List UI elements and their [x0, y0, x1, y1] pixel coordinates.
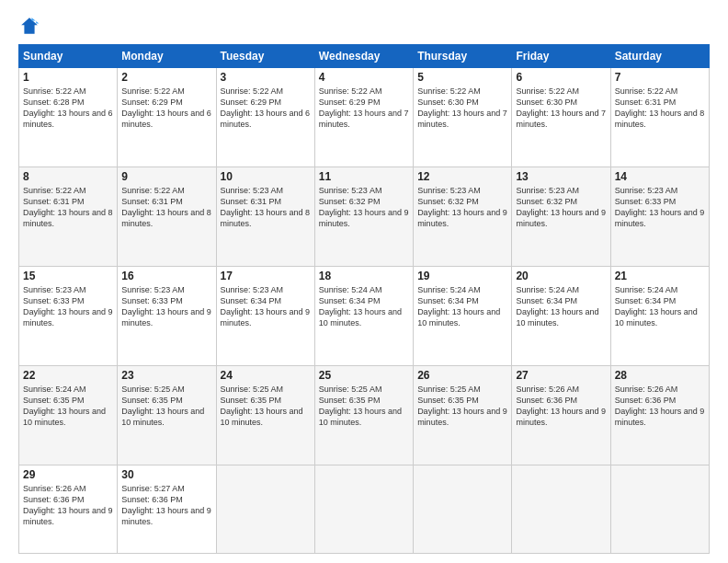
calendar-cell: 26Sunrise: 5:25 AMSunset: 6:35 PMDayligh…: [414, 365, 512, 465]
day-number: 5: [417, 71, 507, 84]
day-number: 22: [23, 369, 113, 382]
calendar-table: SundayMondayTuesdayWednesdayThursdayFrid…: [18, 44, 710, 554]
weekday-header: Monday: [118, 45, 216, 68]
day-info: Sunrise: 5:22 AMSunset: 6:30 PMDaylight:…: [417, 86, 507, 129]
day-number: 19: [417, 270, 507, 282]
day-info: Sunrise: 5:22 AMSunset: 6:29 PMDaylight:…: [319, 86, 409, 129]
day-number: 23: [121, 369, 211, 382]
calendar-cell: 27Sunrise: 5:26 AMSunset: 6:36 PMDayligh…: [512, 365, 610, 465]
day-number: 17: [221, 270, 311, 282]
day-number: 8: [23, 170, 113, 183]
calendar-cell: 25Sunrise: 5:25 AMSunset: 6:35 PMDayligh…: [314, 365, 413, 465]
day-number: 10: [221, 170, 311, 183]
calendar-cell: 5Sunrise: 5:22 AMSunset: 6:30 PMDaylight…: [414, 68, 512, 167]
day-info: Sunrise: 5:24 AMSunset: 6:34 PMDaylight:…: [615, 285, 698, 327]
calendar-cell: 24Sunrise: 5:25 AMSunset: 6:35 PMDayligh…: [216, 365, 314, 465]
calendar-cell: [414, 465, 512, 554]
day-info: Sunrise: 5:25 AMSunset: 6:35 PMDaylight:…: [221, 385, 303, 427]
day-number: 2: [121, 71, 211, 84]
weekday-header-row: SundayMondayTuesdayWednesdayThursdayFrid…: [19, 45, 710, 68]
day-info: Sunrise: 5:26 AMSunset: 6:36 PMDaylight:…: [615, 385, 705, 427]
calendar-cell: 20Sunrise: 5:24 AMSunset: 6:34 PMDayligh…: [512, 266, 610, 365]
calendar-cell: 11Sunrise: 5:23 AMSunset: 6:32 PMDayligh…: [314, 167, 413, 266]
day-number: 7: [615, 71, 705, 84]
calendar-cell: 3Sunrise: 5:22 AMSunset: 6:29 PMDaylight…: [216, 68, 314, 167]
calendar-cell: 12Sunrise: 5:23 AMSunset: 6:32 PMDayligh…: [414, 167, 512, 266]
calendar-cell: 8Sunrise: 5:22 AMSunset: 6:31 PMDaylight…: [19, 167, 118, 266]
day-number: 28: [615, 369, 705, 382]
day-info: Sunrise: 5:24 AMSunset: 6:35 PMDaylight:…: [23, 385, 106, 427]
day-number: 4: [319, 71, 409, 84]
day-info: Sunrise: 5:22 AMSunset: 6:31 PMDaylight:…: [121, 186, 211, 228]
calendar-cell: 1Sunrise: 5:22 AMSunset: 6:28 PMDaylight…: [19, 68, 118, 167]
calendar-cell: 30Sunrise: 5:27 AMSunset: 6:36 PMDayligh…: [118, 465, 216, 554]
day-info: Sunrise: 5:24 AMSunset: 6:34 PMDaylight:…: [417, 285, 500, 327]
day-info: Sunrise: 5:23 AMSunset: 6:33 PMDaylight:…: [615, 186, 705, 228]
day-number: 18: [319, 270, 409, 282]
logo-icon: [18, 15, 40, 37]
day-number: 29: [23, 468, 113, 481]
day-info: Sunrise: 5:26 AMSunset: 6:36 PMDaylight:…: [516, 385, 606, 427]
day-number: 15: [23, 270, 113, 282]
day-info: Sunrise: 5:26 AMSunset: 6:36 PMDaylight:…: [23, 484, 113, 526]
calendar-cell: 17Sunrise: 5:23 AMSunset: 6:34 PMDayligh…: [216, 266, 314, 365]
day-info: Sunrise: 5:25 AMSunset: 6:35 PMDaylight:…: [121, 385, 204, 427]
day-number: 21: [615, 270, 705, 282]
day-info: Sunrise: 5:24 AMSunset: 6:34 PMDaylight:…: [516, 285, 598, 327]
day-info: Sunrise: 5:22 AMSunset: 6:31 PMDaylight:…: [615, 86, 705, 129]
day-number: 6: [516, 71, 606, 84]
page: SundayMondayTuesdayWednesdayThursdayFrid…: [0, 0, 728, 563]
day-info: Sunrise: 5:27 AMSunset: 6:36 PMDaylight:…: [121, 484, 211, 526]
day-number: 14: [615, 170, 705, 183]
weekday-header: Friday: [512, 45, 610, 68]
calendar-cell: 6Sunrise: 5:22 AMSunset: 6:30 PMDaylight…: [512, 68, 610, 167]
svg-marker-0: [21, 17, 38, 34]
day-number: 30: [121, 468, 211, 481]
calendar-cell: 19Sunrise: 5:24 AMSunset: 6:34 PMDayligh…: [414, 266, 512, 365]
calendar-cell: 9Sunrise: 5:22 AMSunset: 6:31 PMDaylight…: [118, 167, 216, 266]
calendar-week-row: 29Sunrise: 5:26 AMSunset: 6:36 PMDayligh…: [19, 465, 710, 554]
day-number: 12: [417, 170, 507, 183]
weekday-header: Saturday: [610, 45, 709, 68]
calendar-cell: [610, 465, 709, 554]
calendar-cell: 4Sunrise: 5:22 AMSunset: 6:29 PMDaylight…: [314, 68, 413, 167]
day-info: Sunrise: 5:23 AMSunset: 6:34 PMDaylight:…: [221, 285, 311, 327]
day-info: Sunrise: 5:25 AMSunset: 6:35 PMDaylight:…: [319, 385, 402, 427]
day-info: Sunrise: 5:23 AMSunset: 6:33 PMDaylight:…: [23, 285, 113, 327]
day-number: 25: [319, 369, 409, 382]
weekday-header: Wednesday: [314, 45, 413, 68]
calendar-cell: 22Sunrise: 5:24 AMSunset: 6:35 PMDayligh…: [19, 365, 118, 465]
day-info: Sunrise: 5:23 AMSunset: 6:32 PMDaylight:…: [319, 186, 409, 228]
calendar-cell: [512, 465, 610, 554]
calendar-cell: 23Sunrise: 5:25 AMSunset: 6:35 PMDayligh…: [118, 365, 216, 465]
day-info: Sunrise: 5:23 AMSunset: 6:31 PMDaylight:…: [221, 186, 311, 228]
day-number: 11: [319, 170, 409, 183]
day-info: Sunrise: 5:23 AMSunset: 6:32 PMDaylight:…: [516, 186, 606, 228]
day-info: Sunrise: 5:22 AMSunset: 6:28 PMDaylight:…: [23, 86, 113, 129]
calendar-week-row: 15Sunrise: 5:23 AMSunset: 6:33 PMDayligh…: [19, 266, 710, 365]
day-info: Sunrise: 5:23 AMSunset: 6:32 PMDaylight:…: [417, 186, 507, 228]
day-info: Sunrise: 5:22 AMSunset: 6:31 PMDaylight:…: [23, 186, 113, 228]
calendar-cell: [314, 465, 413, 554]
calendar-cell: 7Sunrise: 5:22 AMSunset: 6:31 PMDaylight…: [610, 68, 709, 167]
calendar-cell: 10Sunrise: 5:23 AMSunset: 6:31 PMDayligh…: [216, 167, 314, 266]
day-number: 3: [221, 71, 311, 84]
day-info: Sunrise: 5:23 AMSunset: 6:33 PMDaylight:…: [121, 285, 211, 327]
calendar-cell: 14Sunrise: 5:23 AMSunset: 6:33 PMDayligh…: [610, 167, 709, 266]
day-info: Sunrise: 5:22 AMSunset: 6:29 PMDaylight:…: [221, 86, 311, 129]
calendar-cell: 13Sunrise: 5:23 AMSunset: 6:32 PMDayligh…: [512, 167, 610, 266]
day-number: 24: [221, 369, 311, 382]
day-number: 26: [417, 369, 507, 382]
day-number: 13: [516, 170, 606, 183]
calendar-cell: 15Sunrise: 5:23 AMSunset: 6:33 PMDayligh…: [19, 266, 118, 365]
weekday-header: Tuesday: [216, 45, 314, 68]
calendar-cell: 16Sunrise: 5:23 AMSunset: 6:33 PMDayligh…: [118, 266, 216, 365]
calendar-week-row: 1Sunrise: 5:22 AMSunset: 6:28 PMDaylight…: [19, 68, 710, 167]
logo: [18, 15, 44, 37]
calendar-cell: 28Sunrise: 5:26 AMSunset: 6:36 PMDayligh…: [610, 365, 709, 465]
header: [18, 15, 710, 37]
day-info: Sunrise: 5:22 AMSunset: 6:29 PMDaylight:…: [121, 86, 211, 129]
day-number: 9: [121, 170, 211, 183]
calendar-cell: [216, 465, 314, 554]
calendar-week-row: 8Sunrise: 5:22 AMSunset: 6:31 PMDaylight…: [19, 167, 710, 266]
